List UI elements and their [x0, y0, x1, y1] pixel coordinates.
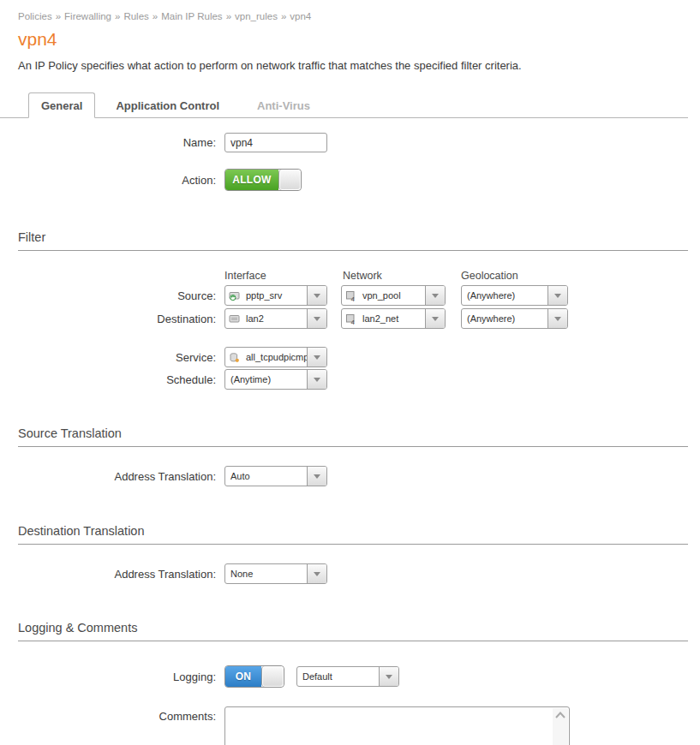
chevron-down-icon[interactable]	[379, 667, 398, 686]
logging-comments-heading: Logging & Comments	[18, 621, 688, 641]
address-translation-label: Address Translation:	[0, 470, 224, 483]
logging-level-dropdown[interactable]: Default	[296, 666, 399, 687]
destination-interface-dropdown[interactable]: lan2	[224, 308, 327, 329]
breadcrumb-separator: »	[281, 11, 286, 21]
dropdown-value: Default	[297, 671, 379, 682]
breadcrumb: Policies»Firewalling»Rules»Main IP Rules…	[18, 11, 700, 21]
page-title: vpn4	[18, 29, 700, 50]
chevron-down-icon[interactable]	[425, 309, 445, 328]
logging-toggle[interactable]: ON	[224, 665, 284, 688]
breadcrumb-separator: »	[56, 11, 61, 21]
comments-label: Comments:	[0, 706, 224, 723]
name-label: Name:	[0, 136, 224, 149]
destination-label: Destination:	[0, 313, 224, 325]
destination-address-translation-row: Address Translation: None	[0, 563, 700, 584]
tab-bar: General Application Control Anti-Virus	[0, 92, 688, 118]
toggle-knob[interactable]	[278, 170, 301, 190]
action-label: Action:	[0, 174, 224, 187]
tab-anti-virus: Anti-Virus	[245, 93, 322, 117]
chevron-down-icon[interactable]	[307, 467, 326, 486]
logging-label: Logging:	[0, 670, 224, 683]
service-label: Service:	[0, 351, 224, 364]
textarea-scrollbar[interactable]	[553, 708, 568, 745]
name-row: Name:	[0, 133, 700, 152]
breadcrumb-separator: »	[153, 11, 158, 21]
tab-general[interactable]: General	[28, 92, 95, 118]
source-address-translation-row: Address Translation: Auto	[0, 466, 700, 486]
destination-row: Destination: lan2 4 lan2_net (Anywhere)	[0, 308, 700, 329]
chevron-down-icon[interactable]	[307, 564, 326, 583]
schedule-label: Schedule:	[0, 373, 224, 386]
name-input[interactable]	[224, 133, 327, 152]
address-translation-label: Address Translation:	[0, 568, 224, 581]
breadcrumb-item-main-ip-rules[interactable]: Main IP Rules	[161, 11, 222, 21]
dropdown-value: None	[225, 569, 307, 579]
logging-toggle-label: ON	[225, 666, 261, 687]
comments-row: Comments:	[0, 706, 700, 745]
action-row: Action: ALLOW	[0, 169, 700, 191]
breadcrumb-item-vpn4: vpn4	[290, 11, 311, 21]
chevron-down-icon[interactable]	[547, 286, 567, 305]
dropdown-value: vpn_pool	[359, 290, 425, 301]
dropdown-value: Auto	[225, 471, 307, 481]
column-header-geolocation: Geolocation	[461, 270, 568, 282]
breadcrumb-item-firewalling[interactable]: Firewalling	[64, 11, 111, 21]
interface-icon	[229, 290, 240, 301]
comments-textarea[interactable]	[224, 706, 570, 745]
dropdown-value: lan2_net	[359, 313, 425, 324]
service-icon	[229, 352, 240, 363]
dropdown-value: (Anytime)	[225, 374, 307, 384]
chevron-down-icon[interactable]	[307, 370, 326, 389]
svg-text:4: 4	[351, 295, 356, 301]
source-geolocation-dropdown[interactable]: (Anywhere)	[461, 285, 568, 306]
schedule-dropdown[interactable]: (Anytime)	[224, 369, 327, 390]
dropdown-value: pptp_srv	[242, 290, 307, 301]
svg-text:4: 4	[351, 318, 356, 325]
breadcrumb-separator: »	[226, 11, 231, 21]
toggle-knob[interactable]	[261, 666, 284, 687]
dropdown-value: lan2	[242, 313, 307, 324]
chevron-down-icon[interactable]	[547, 309, 567, 328]
source-label: Source:	[0, 289, 224, 302]
filter-section-heading: Filter	[18, 230, 688, 251]
ipv4-network-icon: 4	[345, 313, 356, 325]
action-toggle[interactable]: ALLOW	[224, 169, 302, 191]
page-description: An IP Policy specifies what action to pe…	[18, 59, 700, 72]
dropdown-value: (Anywhere)	[462, 313, 547, 324]
chevron-down-icon[interactable]	[307, 309, 326, 328]
source-translation-heading: Source Translation	[18, 426, 688, 447]
breadcrumb-item-policies[interactable]: Policies	[18, 11, 52, 21]
column-header-network: Network	[343, 270, 461, 282]
chevron-up-icon[interactable]	[555, 712, 565, 718]
chevron-down-icon[interactable]	[307, 286, 326, 305]
destination-network-dropdown[interactable]: 4 lan2_net	[341, 308, 446, 329]
schedule-row: Schedule: (Anytime)	[0, 369, 700, 390]
source-network-dropdown[interactable]: 4 vpn_pool	[341, 285, 446, 306]
service-row: Service: all_tcpudpicmp	[0, 347, 700, 367]
action-toggle-label: ALLOW	[225, 170, 278, 190]
filter-column-headers: Interface Network Geolocation	[224, 270, 700, 282]
chevron-down-icon[interactable]	[425, 286, 445, 305]
dropdown-value: all_tcpudpicmp	[242, 352, 307, 362]
column-header-interface: Interface	[224, 270, 343, 282]
tab-application-control[interactable]: Application Control	[104, 93, 231, 117]
destination-geolocation-dropdown[interactable]: (Anywhere)	[461, 308, 568, 329]
source-row: Source: pptp_srv 4 vpn_pool (Anywhere)	[0, 285, 700, 306]
service-dropdown[interactable]: all_tcpudpicmp	[224, 347, 327, 367]
breadcrumb-separator: »	[115, 11, 120, 21]
source-interface-dropdown[interactable]: pptp_srv	[224, 285, 327, 306]
interface-icon	[229, 313, 240, 325]
destination-address-translation-dropdown[interactable]: None	[224, 563, 327, 584]
dropdown-value: (Anywhere)	[462, 290, 547, 301]
source-address-translation-dropdown[interactable]: Auto	[224, 466, 327, 486]
breadcrumb-item-rules[interactable]: Rules	[123, 11, 148, 21]
ipv4-network-icon: 4	[345, 290, 356, 301]
chevron-down-icon[interactable]	[307, 348, 326, 367]
logging-row: Logging: ON Default	[0, 665, 700, 688]
destination-translation-heading: Destination Translation	[18, 524, 688, 545]
breadcrumb-item-vpn-rules[interactable]: vpn_rules	[235, 11, 278, 21]
